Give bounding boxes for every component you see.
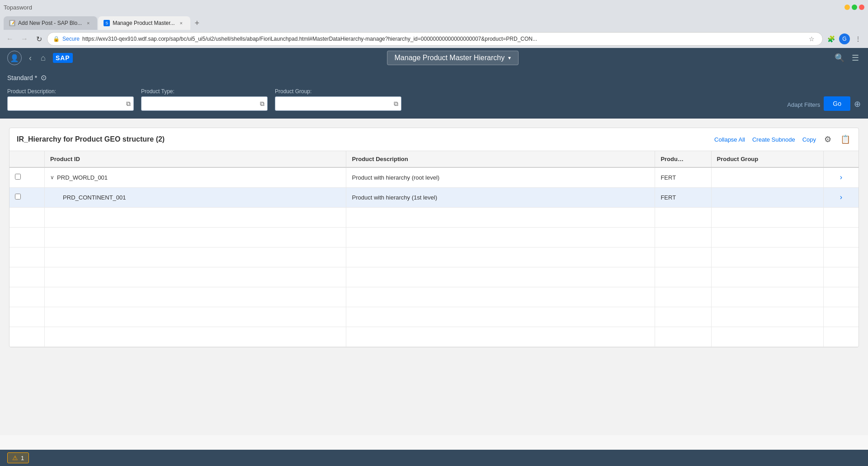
shell-right-icons: 🔍 ☰ [833,51,861,65]
address-bar[interactable]: 🔒 Secure https://wxv310-qex910.wdf.sap.c… [47,32,823,46]
row-1-product-type: FERT [660,174,676,181]
row-1-expand-btn[interactable]: ∨ PRD_WORLD_001 [50,174,340,181]
profile-button[interactable]: G [839,33,850,44]
address-url: https://wxv310-qex910.wdf.sap.corp/sap/b… [82,36,803,42]
reload-button[interactable]: ↻ [33,33,45,45]
browser-right-icons: 🧩 G ⋮ [825,33,864,45]
row-1-product-id: PRD_WORLD_001 [57,174,108,181]
maximize-button[interactable] [852,5,857,10]
new-tab-button[interactable]: + [191,17,203,30]
create-subnode-link[interactable]: Create Subnode [752,136,795,143]
row-1-type-cell: FERT [655,167,711,187]
copy-link[interactable]: Copy [802,136,816,143]
row-2-desc-cell: Product with hierarchy (1st level) [346,187,655,207]
table-row-empty-6 [9,307,859,327]
table-title: IR_Hierarchy for Product GEO structure (… [17,135,707,143]
minimize-button[interactable] [844,5,850,10]
table-row-empty-4 [9,267,859,287]
row-2-checkbox[interactable] [15,194,21,200]
product-type-label: Product Type: [141,88,268,95]
user-icon[interactable]: 👤 [7,51,22,65]
tab-blog-close[interactable]: × [85,19,92,27]
product-type-field: Product Type: ⧉ [141,88,268,111]
table-row-empty-7 [9,327,859,347]
back-nav-button[interactable]: ‹ [27,52,33,65]
row-1-expand-chevron-icon: ∨ [50,174,54,181]
product-description-expand-icon[interactable]: ⧉ [126,100,131,108]
product-description-label: Product Description: [7,88,134,95]
export-icon[interactable]: 📋 [840,133,851,145]
product-group-label: Product Group: [275,88,401,95]
menu-icon[interactable]: ☰ [850,51,861,65]
collapse-all-link[interactable]: Collapse All [714,136,745,143]
main-content: IR_Hierarchy for Product GEO structure (… [0,119,868,435]
sap-logo: SAP [53,53,73,63]
lock-icon: 🔒 [53,36,60,42]
product-description-input[interactable] [10,100,126,107]
row-2-checkbox-cell [9,187,45,207]
row-2-group-cell [711,187,823,207]
table-head: Product ID Product Description Produ… Pr… [9,151,859,167]
col-header-product-group: Product Group [711,151,823,167]
adapt-filters-link[interactable]: Adapt Filters [787,101,820,111]
warning-status[interactable]: ⚠ 1 [7,452,29,463]
browser-chrome: Topasword 📝 Add New Post - SAP Blo... × … [0,0,868,48]
filter-bar: Standard * ⊙ Product Description: ⧉ Prod… [0,68,868,119]
home-nav-button[interactable]: ⌂ [39,52,47,65]
row-1-group-cell [711,167,823,187]
variant-name: Standard * [7,74,37,81]
col-header-product-desc: Product Description [346,151,655,167]
tab-blog[interactable]: 📝 Add New Post - SAP Blo... × [4,16,97,30]
tab-sap-label: Manage Product Master... [113,20,175,26]
row-2-nav-arrow-icon[interactable]: › [840,193,842,201]
row-1-checkbox-cell [9,167,45,187]
extensions-button[interactable]: 🧩 [825,33,837,45]
settings-icon[interactable]: ⚙ [823,133,832,145]
row-1-product-id-cell: ∨ PRD_WORLD_001 [45,167,346,187]
product-group-input[interactable] [278,100,394,107]
variant-chevron-icon: ⊙ [41,73,47,82]
product-type-input[interactable] [144,100,260,107]
data-table: Product ID Product Description Produ… Pr… [9,151,859,347]
col-header-nav [823,151,859,167]
close-button[interactable] [859,5,864,10]
row-1-nav-cell: › [823,167,859,187]
row-2-nav-cell: › [823,187,859,207]
search-icon[interactable]: 🔍 [833,51,846,65]
back-button[interactable]: ← [4,33,16,45]
go-button[interactable]: Go [824,96,850,111]
filter-fields: Product Description: ⧉ Product Type: ⧉ P… [7,88,861,111]
col-header-product-id: Product ID [45,151,346,167]
table-row: ∨ PRD_WORLD_001 Product with hierarchy (… [9,167,859,187]
product-type-expand-icon[interactable]: ⧉ [260,100,264,108]
tab-sap-close[interactable]: × [178,19,185,27]
row-2-product-type: FERT [660,194,676,201]
table-section: IR_Hierarchy for Product GEO structure (… [9,128,859,347]
browser-addressbar: ← → ↻ 🔒 Secure https://wxv310-qex910.wdf… [0,30,868,48]
product-group-input-wrapper: ⧉ [275,96,401,111]
app-title-chevron-icon: ▾ [508,55,511,61]
shell-header: 👤 ‹ ⌂ SAP Manage Product Master Hierarch… [0,48,868,68]
row-2-product-id-cell: PRD_CONTINENT_001 [45,187,346,207]
bookmark-button[interactable]: ☆ [806,33,817,44]
filter-actions: Adapt Filters Go ⊕ [787,96,861,111]
tab-sap[interactable]: S Manage Product Master... × [98,16,190,30]
tab-sap-icon: S [104,20,110,26]
forward-button[interactable]: → [18,33,31,45]
app-title-container[interactable]: Manage Product Master Hierarchy ▾ [387,51,519,65]
product-description-field: Product Description: ⧉ [7,88,134,111]
product-group-field: Product Group: ⧉ [275,88,401,111]
product-type-input-wrapper: ⧉ [141,96,268,111]
filter-variant-selector[interactable]: Standard * ⊙ [7,73,861,82]
product-description-input-wrapper: ⧉ [7,96,134,111]
row-1-checkbox[interactable] [15,174,21,180]
table-row-empty-3 [9,247,859,267]
menu-button[interactable]: ⋮ [852,33,864,45]
row-1-desc-cell: Product with hierarchy (root level) [346,167,655,187]
product-group-expand-icon[interactable]: ⧉ [394,100,398,108]
row-2-product-id-indent: PRD_CONTINENT_001 [50,194,340,201]
filter-pin-icon[interactable]: ⊕ [854,99,861,111]
col-header-checkbox [9,151,45,167]
table-row-empty-1 [9,207,859,227]
row-1-nav-arrow-icon[interactable]: › [840,173,842,181]
